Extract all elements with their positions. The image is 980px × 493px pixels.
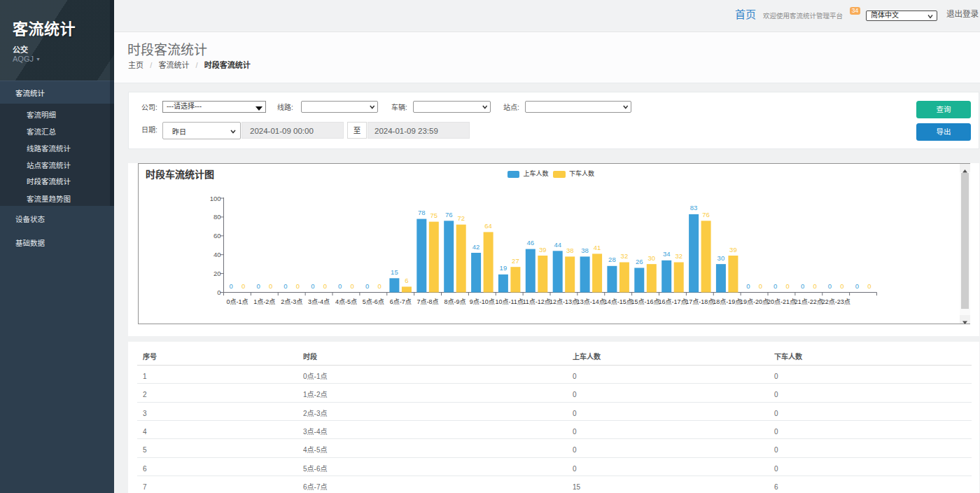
svg-text:0: 0 [746, 282, 750, 290]
svg-text:4点-5点: 4点-5点 [335, 298, 357, 305]
svg-text:20: 20 [214, 270, 221, 277]
svg-text:6点-7点: 6点-7点 [390, 298, 412, 305]
svg-text:0: 0 [284, 282, 287, 290]
svg-text:42: 42 [472, 243, 480, 251]
svg-text:0: 0 [311, 282, 314, 290]
svg-text:3点-4点: 3点-4点 [308, 298, 330, 305]
svg-text:7点-8点: 7点-8点 [417, 298, 439, 305]
svg-text:0: 0 [786, 282, 790, 290]
svg-text:1点-2点: 1点-2点 [253, 298, 275, 305]
svg-text:12点-13点: 12点-13点 [550, 298, 578, 305]
svg-text:38: 38 [566, 246, 574, 254]
svg-text:40: 40 [214, 251, 221, 258]
svg-text:76: 76 [702, 211, 710, 218]
svg-text:76: 76 [445, 211, 453, 218]
svg-text:39: 39 [729, 246, 737, 254]
svg-text:8点-9点: 8点-9点 [444, 298, 465, 305]
svg-text:15: 15 [391, 268, 398, 276]
svg-text:30: 30 [718, 254, 725, 262]
svg-text:0: 0 [801, 282, 804, 290]
svg-text:19: 19 [500, 264, 507, 272]
svg-text:0: 0 [759, 282, 762, 290]
svg-text:22点-23点: 22点-23点 [822, 298, 850, 305]
svg-text:0: 0 [217, 289, 220, 296]
svg-text:2点-3点: 2点-3点 [281, 298, 302, 305]
svg-text:13点-14点: 13点-14点 [577, 298, 606, 305]
svg-text:0: 0 [296, 282, 300, 290]
svg-text:9点-10点: 9点-10点 [470, 298, 495, 305]
svg-text:44: 44 [554, 241, 561, 249]
svg-text:5点-6点: 5点-6点 [363, 298, 384, 305]
svg-text:10点-11点: 10点-11点 [496, 298, 524, 305]
svg-text:0: 0 [813, 282, 816, 290]
svg-text:0: 0 [828, 282, 832, 290]
svg-text:0: 0 [377, 282, 381, 290]
svg-text:0: 0 [256, 282, 260, 290]
svg-text:38: 38 [581, 246, 589, 254]
svg-text:83: 83 [690, 204, 698, 211]
svg-text:0: 0 [855, 282, 859, 290]
svg-text:60: 60 [214, 232, 221, 239]
svg-text:0: 0 [351, 282, 354, 290]
svg-text:0: 0 [241, 282, 245, 290]
svg-text:0: 0 [774, 282, 777, 290]
svg-text:20点-21点: 20点-21点 [767, 298, 796, 305]
svg-text:0: 0 [867, 282, 871, 290]
svg-text:28: 28 [608, 256, 616, 263]
svg-text:39: 39 [539, 246, 547, 254]
svg-text:27: 27 [512, 257, 519, 265]
svg-text:75: 75 [430, 211, 438, 219]
svg-text:46: 46 [527, 239, 535, 246]
svg-text:0: 0 [338, 282, 342, 290]
svg-text:100: 100 [210, 195, 221, 202]
svg-text:18点-19点: 18点-19点 [713, 298, 741, 305]
svg-text:21点-22点: 21点-22点 [794, 298, 823, 305]
svg-text:14点-15点: 14点-15点 [604, 298, 633, 305]
svg-text:6: 6 [405, 277, 408, 284]
svg-text:0点-1点: 0点-1点 [226, 298, 248, 305]
svg-text:11点-12点: 11点-12点 [522, 298, 550, 305]
svg-text:34: 34 [663, 250, 671, 258]
svg-text:30: 30 [648, 254, 656, 262]
svg-text:15点-16点: 15点-16点 [631, 298, 660, 305]
svg-text:78: 78 [418, 209, 426, 216]
svg-text:0: 0 [269, 282, 272, 290]
svg-text:32: 32 [675, 252, 682, 260]
svg-text:41: 41 [594, 244, 601, 251]
svg-text:26: 26 [636, 258, 643, 265]
svg-text:16点-17点: 16点-17点 [658, 298, 687, 305]
svg-text:32: 32 [621, 252, 629, 260]
svg-text:72: 72 [457, 214, 465, 222]
svg-text:0: 0 [323, 282, 327, 290]
svg-text:80: 80 [214, 213, 221, 221]
svg-text:0: 0 [365, 282, 369, 290]
svg-text:0: 0 [840, 282, 844, 290]
svg-text:0: 0 [230, 282, 233, 290]
svg-text:19点-20点: 19点-20点 [740, 298, 769, 305]
svg-text:17点-18点: 17点-18点 [685, 298, 714, 305]
svg-text:64: 64 [484, 222, 492, 230]
